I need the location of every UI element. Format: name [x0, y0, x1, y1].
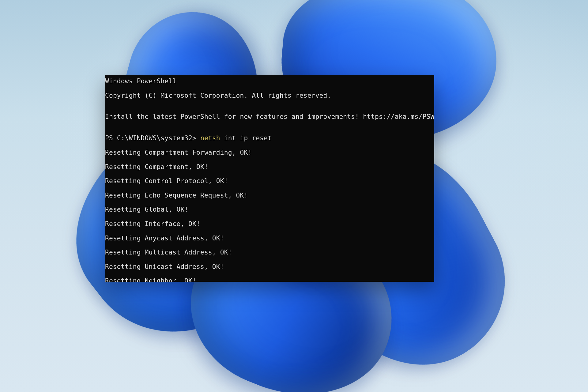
- terminal-line: Resetting Multicast Address, OK!: [105, 249, 434, 256]
- command-first-token: netsh: [200, 134, 220, 142]
- terminal-line: Resetting Global, OK!: [105, 206, 434, 213]
- terminal-line: Install the latest PowerShell for new fe…: [105, 113, 434, 120]
- command-rest: int ip reset: [220, 134, 272, 142]
- terminal-line: Resetting Compartment, OK!: [105, 163, 434, 170]
- terminal-line: Resetting Control Protocol, OK!: [105, 177, 434, 184]
- terminal-line: Resetting Unicast Address, OK!: [105, 263, 434, 270]
- terminal-line: Resetting Compartment Forwarding, OK!: [105, 149, 434, 156]
- terminal-line: Windows PowerShell: [105, 77, 434, 85]
- terminal-line: Resetting Interface, OK!: [105, 220, 434, 227]
- terminal-line: Resetting Anycast Address, OK!: [105, 235, 434, 242]
- terminal-output-area[interactable]: Windows PowerShell Copyright (C) Microso…: [105, 75, 434, 282]
- terminal-prompt-line: PS C:\WINDOWS\system32> netsh int ip res…: [105, 134, 434, 141]
- prompt-prefix: PS C:\WINDOWS\system32>: [105, 134, 200, 142]
- powershell-terminal[interactable]: Windows PowerShell Copyright (C) Microso…: [105, 75, 434, 282]
- terminal-line: Resetting Echo Sequence Request, OK!: [105, 192, 434, 199]
- terminal-line: Copyright (C) Microsoft Corporation. All…: [105, 92, 434, 99]
- terminal-line: Resetting Neighbor, OK!: [105, 277, 434, 282]
